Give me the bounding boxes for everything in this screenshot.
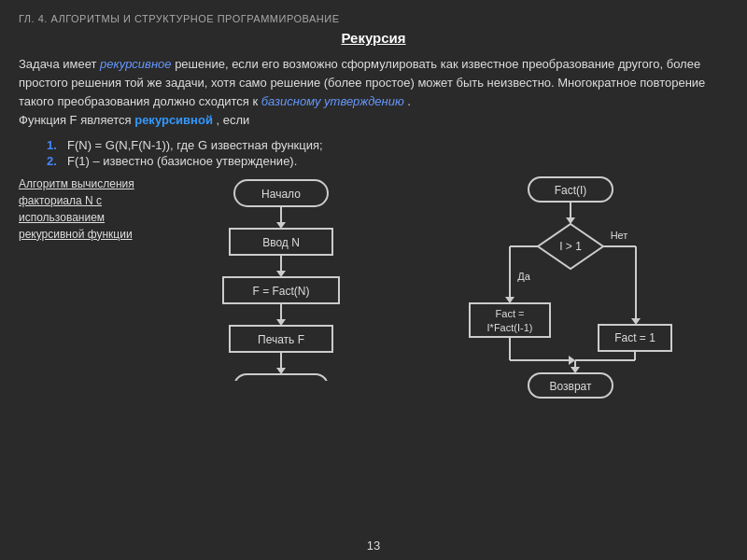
page-number: 13 <box>367 539 380 553</box>
diagram-fact: Fact(I) I > 1 Да Нет Fact = I*Fact(I-1 <box>413 175 728 399</box>
svg-text:Ввод N: Ввод N <box>262 236 300 249</box>
main-text: Задача имеет рекурсивное решение, если е… <box>19 55 728 131</box>
svg-text:Начало: Начало <box>261 188 301 201</box>
svg-marker-43 <box>571 367 580 373</box>
chapter-header: Гл. 4. Алгоритмы и структурное программи… <box>19 13 728 24</box>
svg-text:Fact =: Fact = <box>495 308 524 319</box>
text-func-end: , если <box>217 113 250 127</box>
svg-rect-16 <box>234 374 328 381</box>
svg-text:Нет: Нет <box>611 230 628 241</box>
page: Гл. 4. Алгоритмы и структурное программи… <box>0 0 747 560</box>
list-item-2: 2. F(1) – известно (базисное утверждение… <box>47 154 728 168</box>
svg-text:Возврат: Возврат <box>549 380 592 393</box>
svg-text:Да: Да <box>517 271 530 282</box>
svg-marker-28 <box>505 297 514 303</box>
svg-marker-15 <box>276 368 286 374</box>
svg-text:I*Fact(I-1): I*Fact(I-1) <box>486 322 532 333</box>
diagram-fact-svg: Fact(I) I > 1 Да Нет Fact = I*Fact(I-1 <box>468 175 673 399</box>
svg-text:Печать F: Печать F <box>258 333 304 346</box>
list-num-2: 2. <box>47 154 60 168</box>
text-recursive-bold: рекурсивной <box>134 113 213 127</box>
svg-text:Fact(I): Fact(I) <box>555 184 587 197</box>
text-basis-end: . <box>407 94 411 108</box>
text-intro: Задача имеет <box>19 57 100 71</box>
svg-text:Fact = 1: Fact = 1 <box>614 331 655 344</box>
svg-marker-11 <box>276 319 286 326</box>
text-recursive-italic: рекурсивное <box>100 57 171 71</box>
diagram-label: Алгоритм вычисления факториала N с испол… <box>19 175 149 399</box>
text-func: Функция F является <box>19 113 134 127</box>
svg-marker-7 <box>276 271 286 277</box>
list-text-1: F(N) = G(N,F(N-1)), где G известная функ… <box>67 138 323 152</box>
svg-marker-34 <box>569 356 575 365</box>
numbered-list: 1. F(N) = G(N,F(N-1)), где G известная ф… <box>47 138 728 168</box>
svg-text:F = Fact(N): F = Fact(N) <box>252 285 309 298</box>
svg-text:I > 1: I > 1 <box>559 240 582 253</box>
svg-marker-37 <box>631 318 641 325</box>
svg-marker-3 <box>276 222 286 229</box>
text-basis: базисному утверждению <box>261 94 404 108</box>
list-text-2: F(1) – известно (базисное утверждение). <box>67 154 297 168</box>
page-title: Рекурсия <box>19 30 728 46</box>
diagram-main: Начало Ввод N F = Fact(N) Печать F <box>149 175 413 399</box>
diagram-main-svg: Начало Ввод N F = Fact(N) Печать F <box>206 175 356 381</box>
diagrams-section: Алгоритм вычисления факториала N с испол… <box>19 175 728 399</box>
list-num-1: 1. <box>47 138 60 152</box>
list-item-1: 1. F(N) = G(N,F(N-1)), где G известная ф… <box>47 138 728 152</box>
